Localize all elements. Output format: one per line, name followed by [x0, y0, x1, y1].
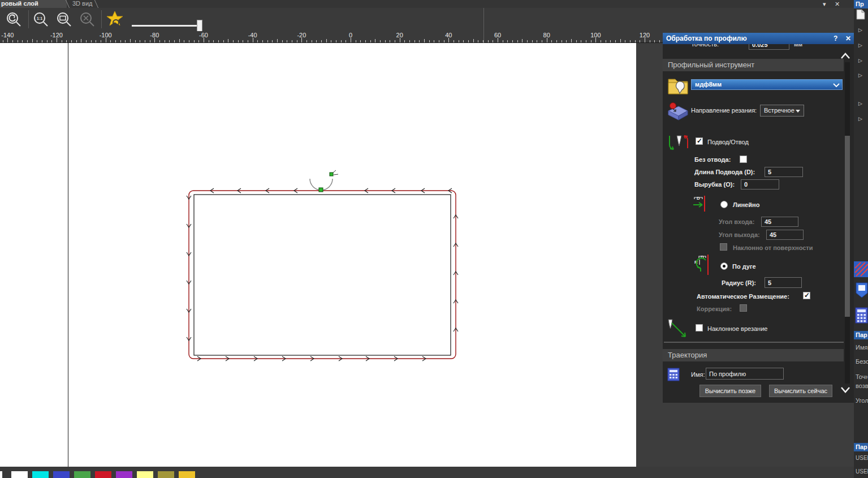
toolpath-outline[interactable] [189, 191, 456, 359]
exit-angle-input[interactable] [766, 230, 804, 240]
cut-direction-label: Направление резания: [691, 107, 757, 114]
surface-incline-label: Наклонно от поверхности [733, 244, 813, 251]
color-swatch[interactable] [137, 471, 153, 478]
surface-incline-checkbox[interactable] [720, 243, 727, 251]
tab-3d-view[interactable]: 3D вид [72, 0, 93, 8]
clipped-label: возв [856, 382, 868, 389]
tab-bitmap-layer[interactable]: ровый слой [0, 0, 67, 8]
view-tabbar: ровый слой 3D вид ▾ ✕ [0, 0, 868, 8]
profile-toolpath-preview[interactable] [181, 164, 464, 371]
color-swatch[interactable] [95, 471, 111, 478]
color-swatch-partial[interactable] [0, 471, 2, 478]
selected-tool-name: мдф8мм [695, 81, 722, 88]
color-swatch[interactable] [74, 471, 90, 478]
zoom-slider-track[interactable] [132, 25, 199, 27]
zoom-1to1-icon[interactable]: 1:1 [32, 10, 51, 29]
drawing-canvas[interactable] [0, 43, 636, 467]
user-label: USER [856, 455, 868, 461]
auto-place-label: Автоматическое Размещение: [697, 293, 789, 300]
linear-radio[interactable] [720, 201, 728, 208]
vector-rectangle[interactable] [194, 195, 451, 355]
tool-panel-icon[interactable] [855, 282, 868, 301]
toolbar-divider [28, 10, 29, 28]
close-icon[interactable]: ✕ [835, 1, 840, 8]
lead-start-node[interactable] [330, 173, 333, 176]
entry-point-node[interactable] [319, 188, 323, 192]
clipped-label: Угол [856, 397, 868, 404]
correction-checkbox[interactable] [740, 304, 747, 312]
tool-folder-icon[interactable] [667, 75, 690, 96]
tool-select[interactable]: мдф8мм [691, 79, 843, 90]
lead-inout-icon [667, 132, 690, 155]
panel-scrollbar[interactable] [845, 62, 850, 384]
help-icon[interactable]: ? [834, 33, 837, 44]
ramp-checkbox[interactable] [696, 324, 703, 331]
arc-label: По дуге [732, 263, 756, 270]
arc-lead-icon: D R [692, 252, 711, 277]
clipped-label: Точн [856, 373, 868, 380]
expander-icon[interactable]: ▷ [858, 116, 862, 122]
project-panel-header[interactable]: Пр [854, 0, 868, 8]
color-swatch[interactable] [53, 471, 70, 478]
expander-icon[interactable]: ▷ [858, 27, 862, 33]
zoom-rectangle-icon[interactable] [55, 10, 74, 29]
panel-titlebar[interactable]: Обработка по профилю ? ✕ [663, 33, 854, 44]
parameters-panel-header[interactable]: Пар [854, 331, 868, 339]
expander-icon[interactable]: ▷ [858, 72, 862, 78]
expander-icon[interactable]: ▷ [858, 101, 862, 106]
toolbar-split-line [483, 8, 484, 43]
tab-separator [94, 0, 98, 8]
expander-icon[interactable]: ▷ [858, 58, 862, 63]
scroll-down-icon[interactable] [840, 386, 850, 394]
star-zoom-tool-icon[interactable] [106, 10, 126, 29]
lead-checkbox[interactable] [696, 137, 703, 145]
calculator-icon [667, 368, 680, 381]
direction-chevrons [187, 188, 458, 361]
profile-machining-panel: Обработка по профилю ? ✕ Точность: мм Пр… [663, 33, 854, 403]
zoom-toolbar: 1:1 [0, 8, 868, 31]
svg-text:1:1: 1:1 [37, 16, 42, 20]
no-retract-label: Без отвода: [694, 156, 731, 163]
collapse-toolbar-icon[interactable]: ▾ [823, 1, 826, 8]
no-retract-checkbox[interactable] [740, 156, 747, 163]
notch-input[interactable] [741, 179, 779, 190]
trajectory-name-input[interactable] [706, 368, 784, 380]
radius-input[interactable] [765, 277, 802, 288]
panel-title-text: Обработка по профилю [666, 35, 747, 42]
lead-length-input[interactable] [765, 167, 803, 177]
application-window: ровый слой 3D вид ▾ ✕ 1:1 [0, 0, 868, 478]
cut-direction-icon [665, 101, 690, 122]
trajectory-name-label: Имя: [691, 371, 705, 378]
panel-scrollbar-thumb[interactable] [845, 136, 850, 317]
zoom-slider-handle[interactable] [197, 20, 202, 32]
color-swatch[interactable] [11, 471, 28, 478]
calculate-now-button[interactable]: Вычислить сейчас [769, 385, 832, 397]
cut-direction-select[interactable]: Встречное [760, 105, 804, 117]
exit-angle-label: Угол выхода: [719, 231, 760, 238]
ramp-icon [666, 318, 690, 340]
radius-label: Радиус (R): [722, 279, 756, 286]
entry-angle-input[interactable] [761, 217, 798, 227]
chevron-down-icon [833, 83, 840, 88]
calculate-later-button[interactable]: Вычислить позже [699, 385, 761, 397]
correction-label: Коррекция: [697, 305, 732, 312]
ramp-label: Наклонное врезание [707, 325, 767, 332]
expander-icon[interactable]: ▷ [858, 42, 862, 48]
zoom-previous-icon[interactable] [5, 10, 24, 29]
calculator-panel-icon[interactable] [855, 307, 868, 326]
color-swatch[interactable] [158, 471, 174, 478]
close-panel-icon[interactable]: ✕ [845, 33, 851, 44]
color-swatch[interactable] [116, 471, 132, 478]
color-palette-bar [0, 467, 868, 478]
svg-text:D: D [697, 196, 700, 201]
cut-direction-value: Встречное [764, 107, 794, 114]
document-icon[interactable] [856, 9, 865, 22]
hatch-tool-icon[interactable] [854, 261, 868, 277]
auto-place-checkbox[interactable] [803, 292, 810, 299]
color-swatch[interactable] [32, 471, 49, 478]
zoom-extents-icon[interactable] [78, 10, 97, 29]
lead-label: Подвод/Отвод [707, 139, 749, 145]
color-swatch[interactable] [179, 471, 195, 478]
parameters-panel-header-2[interactable]: Пар [854, 443, 868, 451]
arc-radio[interactable] [720, 262, 728, 270]
